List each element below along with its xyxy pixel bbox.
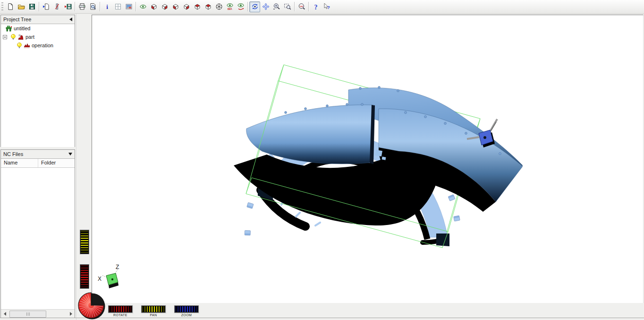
zoom-100-button[interactable]: 100 [296,1,307,12]
rotate-slider-label: ROTATE [107,313,134,317]
toolbar-separator [247,2,248,11]
pan-slider[interactable]: PAN [140,305,167,317]
rotate-gauge-dial[interactable] [77,291,107,320]
view-default-button[interactable]: DEF. [224,1,235,12]
tree-item-label: operation [32,43,53,48]
render-image-button[interactable] [123,1,134,12]
rotate-thumbwheel[interactable] [108,305,133,313]
pan-vertical-thumbwheel[interactable] [80,230,89,254]
info-button[interactable]: i [102,1,112,12]
svg-text:100: 100 [299,5,303,8]
nc-files-panel: NC Files Name Folder [0,149,75,318]
pan-slider-label: PAN [140,313,167,317]
zoom-thumbwheel[interactable] [174,305,199,313]
toolbar-separator [308,2,309,11]
nc-files-title: NC Files [3,151,23,157]
tree-expander-icon[interactable] [3,35,7,39]
collapse-panel-icon[interactable] [69,17,72,21]
scroll-right-button[interactable] [67,310,75,317]
view-isometric-button[interactable] [213,1,224,12]
export-nc-icon [64,3,72,10]
help-icon: ? [312,3,320,10]
viewport-layout-button[interactable] [112,1,123,12]
view-front-button[interactable] [148,1,159,12]
main-toolbar: i DEF.100?? [0,0,644,14]
export-nc-button[interactable] [62,1,73,12]
viewport-side-strip [76,14,92,320]
shroud-left [246,105,373,164]
3d-scene: X Z [92,15,644,303]
import-part-button[interactable] [41,1,51,12]
project-tree-panel: Project Tree untitledpartoperation [0,15,75,147]
svg-text:?: ? [314,4,317,11]
save-icon [28,3,36,10]
tree-item-label: untitled [14,26,30,31]
left-panel-column: Project Tree untitledpartoperation NC Fi… [0,14,76,320]
view-back-icon [161,3,169,10]
new-document-button[interactable] [5,1,16,12]
context-help-button[interactable]: ? [321,1,332,12]
scrollbar-track[interactable] [8,310,67,317]
view-left-button[interactable] [170,1,181,12]
toolbar-separator [294,2,295,11]
zoom-100-icon: 100 [298,3,305,10]
visibility-button[interactable] [137,1,148,12]
nc-files-col-name[interactable]: Name [1,159,38,167]
viewport-layout-icon [114,3,122,10]
toolbar-grip[interactable] [1,2,3,11]
axis-label-x: X [98,276,102,282]
toolpath-button[interactable] [51,1,62,12]
visibility-bulb-icon[interactable] [10,34,17,40]
import-part-icon [42,3,50,10]
nc-files-header: NC Files [1,150,75,159]
context-help-icon: ? [323,3,330,10]
rotate-view-button[interactable] [249,1,260,12]
save-button[interactable] [26,1,37,12]
tree-item-operation[interactable]: operation [1,41,75,50]
pan-view-button[interactable] [260,1,271,12]
new-document-icon [7,3,14,10]
toolbar-separator [75,2,75,11]
pan-thumbwheel[interactable] [141,305,166,313]
visibility-bulb-icon[interactable] [16,42,23,49]
view-previous-button[interactable] [235,1,246,12]
view-back-button[interactable] [159,1,170,12]
help-button[interactable]: ? [310,1,321,12]
rotate-vertical-thumbwheel[interactable] [80,264,89,289]
zoom-slider[interactable]: ZOOM [173,305,200,317]
print-icon [78,3,86,10]
print-preview-button[interactable] [87,1,98,12]
cam-application-window: i DEF.100?? Project Tree [0,0,644,320]
toolbar-separator [39,2,39,11]
zoom-window-button[interactable] [282,1,293,12]
3d-viewport[interactable]: X Z [92,15,644,303]
rotate-slider[interactable]: ROTATE [107,305,134,317]
view-left-icon [172,3,179,10]
view-right-button[interactable] [181,1,192,12]
toolbar-groups: i DEF.100?? [5,1,332,12]
operation-icon [24,43,30,49]
scrollbar-thumb[interactable] [9,311,46,318]
nc-files-dropdown-icon[interactable] [68,153,72,156]
zoom-in-out-icon [273,3,280,10]
zoom-in-out-button[interactable] [271,1,282,12]
view-top-button[interactable] [192,1,203,12]
view-bottom-button[interactable] [203,1,213,12]
svg-text:i: i [106,3,108,10]
view-bottom-icon [204,3,212,10]
open-file-icon [17,3,25,10]
print-button[interactable] [76,1,87,12]
scroll-left-button[interactable] [1,310,8,317]
toolbar-separator [136,2,136,11]
nc-files-col-folder[interactable]: Folder [38,159,56,167]
view-default-icon: DEF. [226,3,234,10]
view-top-icon [194,3,201,10]
tree-item-part[interactable]: part [1,33,75,41]
pan-view-icon [262,3,270,10]
scroll-right-icon [70,312,72,316]
nc-files-list[interactable] [1,168,75,311]
project-tree-body: untitledpartoperation [1,24,75,147]
open-file-button[interactable] [16,1,26,12]
tree-item-untitled[interactable]: untitled [1,24,75,33]
nc-files-column-headers: Name Folder [1,159,75,168]
